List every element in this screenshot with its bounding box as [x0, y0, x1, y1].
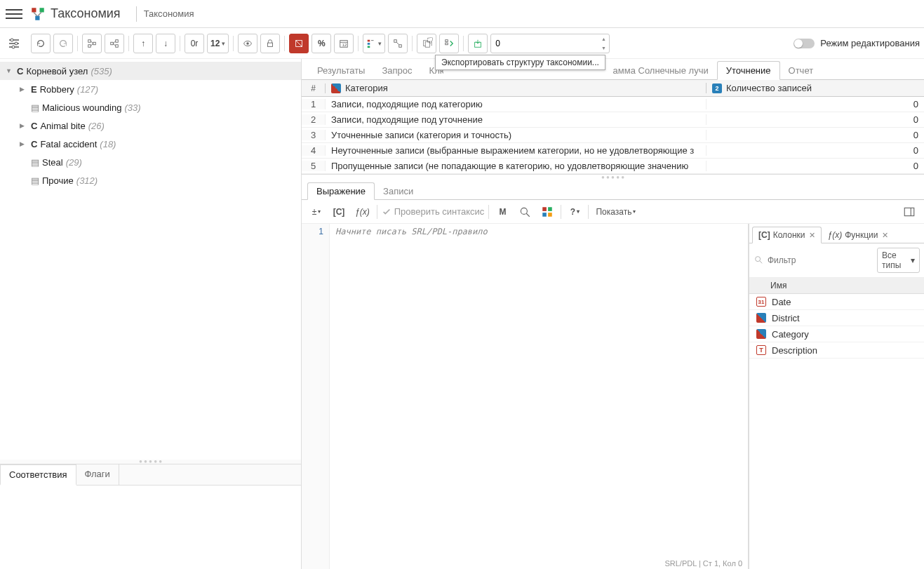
eye-button[interactable]	[238, 34, 257, 53]
svg-rect-46	[549, 213, 553, 217]
document-icon: ▤	[31, 157, 39, 168]
tab-flags[interactable]: Флаги	[76, 464, 119, 485]
svg-rect-23	[268, 43, 273, 46]
breadcrumb: Таксономия	[144, 8, 194, 19]
indent-button[interactable]: ±	[307, 203, 326, 221]
hamburger-menu[interactable]	[6, 6, 22, 22]
up-button[interactable]: ↑	[133, 34, 153, 53]
tab-results[interactable]: Результаты	[309, 62, 373, 79]
svg-point-6	[11, 39, 13, 41]
font-size-dropdown[interactable]: 12	[207, 34, 229, 53]
side-panel: [C] Колонки ✕ ƒ(x) Функции ✕	[749, 224, 924, 569]
tab-expression[interactable]: Выражение	[307, 182, 375, 200]
spinner-down[interactable]: ▼	[598, 43, 609, 53]
svg-point-22	[247, 42, 250, 45]
tree-node[interactable]: ▤Malicious wounding(33)	[0, 98, 301, 116]
horizontal-splitter[interactable]: ● ● ● ● ●	[302, 175, 924, 180]
grid-row[interactable]: 5Пропущенные записи (не попадающие в кат…	[302, 159, 924, 174]
grid-header-num[interactable]: #	[302, 83, 326, 93]
svg-rect-16	[111, 42, 114, 45]
column-item[interactable]: Category	[749, 326, 924, 342]
column-item[interactable]: District	[749, 310, 924, 326]
svg-rect-1	[40, 8, 44, 12]
calendar-button[interactable]: 12	[334, 34, 354, 53]
check-syntax-button[interactable]: Проверить синтаксис	[382, 206, 485, 217]
column-item[interactable]: TDescription	[749, 342, 924, 359]
filter-input[interactable]	[768, 255, 873, 265]
category-icon	[331, 83, 341, 93]
tab-report[interactable]: Отчет	[780, 62, 822, 79]
close-icon[interactable]: ✕	[809, 231, 815, 240]
tree-node[interactable]: ▤Прочие(312)	[0, 171, 301, 189]
grid-row[interactable]: 4Неуточненные записи (выбранные выражени…	[302, 143, 924, 159]
panel-layout-button[interactable]	[900, 203, 918, 221]
tab-records[interactable]: Записи	[375, 183, 422, 199]
tree-expand-button[interactable]	[82, 34, 102, 53]
svg-rect-43	[543, 207, 547, 211]
app-header: Таксономия Таксономия	[0, 0, 924, 28]
function-insert-button[interactable]: ƒ(x)	[352, 203, 373, 221]
code-editor[interactable]: 1 Начните писать SRL/PDL-правило SRL/PDL…	[302, 224, 749, 569]
grid-header-category[interactable]: Категория	[326, 83, 707, 93]
document-icon: ▤	[31, 175, 39, 186]
hierarchy-dropdown[interactable]	[363, 34, 385, 53]
tab-refinement[interactable]: Уточнение	[717, 61, 780, 80]
export-structure-button[interactable]	[439, 34, 459, 53]
settings-icon[interactable]	[4, 34, 24, 53]
grid-header-count[interactable]: 2 Количество записей	[707, 83, 924, 93]
copy-button[interactable]	[417, 34, 436, 53]
tab-matches[interactable]: Соответствия	[0, 464, 76, 486]
type-filter-dropdown[interactable]: Все типы▾	[877, 248, 920, 273]
expression-toolbar: ± [C] ƒ(x) Проверить синтаксис M ? По	[302, 200, 924, 224]
count-input[interactable]	[490, 34, 610, 53]
svg-rect-38	[446, 39, 448, 41]
svg-rect-13	[93, 42, 96, 45]
columns-header[interactable]: Имя	[749, 278, 924, 294]
side-tab-columns[interactable]: [C] Колонки ✕	[752, 227, 822, 243]
highlight-button[interactable]	[289, 34, 309, 53]
tree-node[interactable]: ▶ERobbery(127)	[0, 80, 301, 98]
tab-query[interactable]: Запрос	[373, 62, 420, 79]
text-icon: T	[756, 345, 766, 355]
tree-node[interactable]: ▶CAnimal bite(26)	[0, 116, 301, 135]
grid-row[interactable]: 2Записи, подходящие под уточнение0	[302, 112, 924, 128]
grid-row[interactable]: 1Записи, подходящие под категорию0	[302, 97, 924, 112]
category-icon	[756, 313, 766, 323]
side-tab-functions[interactable]: ƒ(x) Функции ✕	[822, 227, 894, 243]
chevron-down-icon[interactable]: ▼	[6, 67, 14, 74]
tree-node[interactable]: ▤Steal(29)	[0, 153, 301, 171]
show-dropdown[interactable]: Показать	[593, 203, 638, 221]
taxonomy-tree: ▼ C Корневой узел (535) ▶ERobbery(127)▤M…	[0, 59, 301, 460]
grid-icon-button[interactable]	[538, 203, 556, 221]
import-button[interactable]	[468, 34, 488, 53]
tab-sunburst-partial[interactable]: амма Солнечные лучи	[605, 62, 717, 79]
edit-mode-toggle[interactable]	[794, 39, 815, 48]
bottom-tabs: Соответствия Флаги	[0, 464, 301, 569]
svg-rect-0	[32, 8, 36, 12]
chevron-right-icon[interactable]: ▶	[20, 122, 28, 129]
refresh-button[interactable]	[31, 34, 51, 53]
down-button[interactable]: ↓	[156, 34, 175, 53]
columns-insert-button[interactable]: [C]	[330, 203, 348, 221]
chevron-right-icon[interactable]: ▶	[20, 86, 28, 93]
link-button[interactable]	[388, 34, 408, 53]
lock-button[interactable]	[260, 34, 280, 53]
tree-collapse-button[interactable]	[105, 34, 124, 53]
close-icon[interactable]: ✕	[882, 231, 888, 240]
m-button[interactable]: M	[493, 203, 511, 221]
right-panel: Результаты Запрос Клю амма Солнечные луч…	[302, 59, 924, 569]
undo-button[interactable]	[53, 34, 73, 53]
or-button[interactable]: 0r	[185, 34, 204, 53]
grid-row[interactable]: 3Уточненные записи (категория и точность…	[302, 128, 924, 143]
zoom-button[interactable]	[516, 203, 534, 221]
help-dropdown[interactable]: ?	[565, 203, 584, 221]
tree-root-node[interactable]: ▼ C Корневой узел (535)	[0, 62, 301, 80]
tree-node[interactable]: ▶CFatal accident(18)	[0, 135, 301, 153]
svg-line-35	[397, 42, 400, 45]
percent-button[interactable]: %	[312, 34, 331, 53]
spinner-up[interactable]: ▲	[598, 34, 609, 43]
column-item[interactable]: 31Date	[749, 294, 924, 310]
main-toolbar: ↑ ↓ 0r 12 % 12 ▲▼	[0, 28, 924, 59]
chevron-right-icon[interactable]: ▶	[20, 140, 28, 147]
svg-text:12: 12	[342, 41, 347, 46]
